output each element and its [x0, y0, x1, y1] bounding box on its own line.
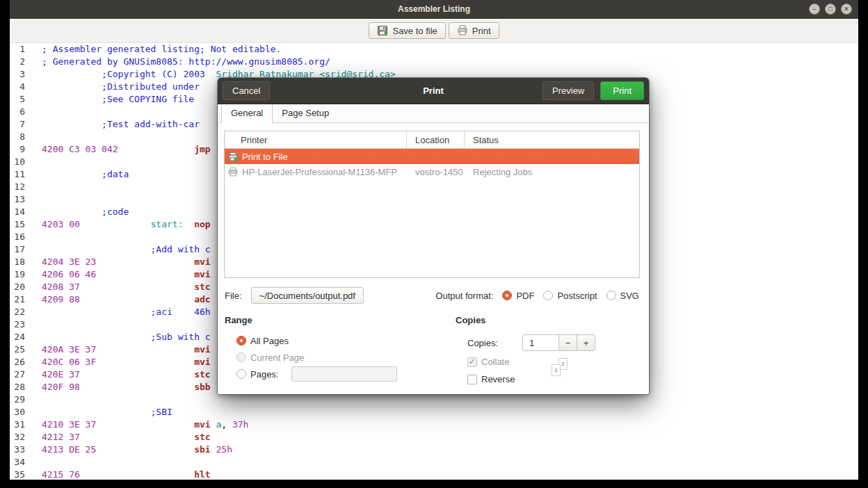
tab-page-setup[interactable]: Page Setup	[273, 104, 338, 122]
file-label: File:	[225, 291, 242, 301]
code-line: 334213 DE 25 sbi 25h	[10, 444, 858, 456]
copies-increment-button[interactable]: +	[577, 334, 595, 351]
line-number: 26	[10, 356, 25, 368]
radio-postscript[interactable]: Postscript	[543, 291, 597, 301]
radio-current-page-label: Current Page	[250, 352, 304, 363]
line-number: 35	[10, 469, 25, 480]
collate-label: Collate	[481, 357, 509, 367]
minimize-button[interactable]: –	[809, 3, 820, 15]
line-number: 28	[10, 381, 25, 393]
copies-row: Copies: 1 − +	[467, 334, 595, 351]
line-number: 12	[10, 181, 25, 193]
printer-row-print-to-file[interactable]: Print to File	[225, 149, 639, 164]
line-number: 22	[10, 306, 25, 318]
file-row: File: ~/Documents/output.pdf Output form…	[225, 286, 639, 304]
titlebar: Assembler Listing – □ ✕	[10, 0, 858, 19]
radio-svg-indicator	[606, 291, 616, 300]
line-number: 24	[10, 331, 25, 343]
radio-pdf[interactable]: PDF	[502, 291, 534, 301]
tab-general[interactable]: General	[221, 104, 273, 123]
line-number: 30	[10, 406, 25, 418]
radio-all-pages[interactable]: All Pages	[236, 333, 289, 348]
print-toolbar-label: Print	[472, 26, 491, 36]
line-number: 8	[10, 131, 25, 143]
radio-pdf-label: PDF	[516, 291, 534, 301]
reverse-checkbox-indicator	[467, 375, 477, 384]
code-line: 1; Assembler generated listing; Not edit…	[10, 43, 858, 56]
save-icon	[377, 25, 388, 36]
print-dialog-body: Printer Location Status Print to File	[218, 123, 649, 394]
reverse-label: Reverse	[481, 374, 515, 384]
line-number: 29	[10, 393, 25, 406]
save-to-file-button[interactable]: Save to file	[369, 22, 445, 39]
radio-svg-label: SVG	[620, 291, 639, 301]
collate-checkbox[interactable]: Collate	[467, 357, 509, 367]
collate-checkbox-indicator	[467, 357, 477, 367]
line-number: 21	[10, 293, 25, 306]
range-section: Range All Pages Current Page Pages:	[225, 315, 447, 325]
column-header-location[interactable]: Location	[407, 131, 465, 148]
line-number: 9	[10, 143, 25, 156]
copies-spinbutton: 1 − +	[522, 334, 595, 351]
line-number: 2	[10, 56, 25, 68]
line-number: 3	[10, 68, 25, 81]
code-line: 2; Generated by GNUSim8085: http://www.g…	[10, 56, 858, 68]
printer-name: Print to File	[242, 152, 288, 162]
column-header-printer[interactable]: Printer	[225, 131, 407, 148]
code-line: 29	[10, 393, 858, 406]
line-number: 13	[10, 193, 25, 206]
range-heading: Range	[225, 315, 447, 325]
line-number: 17	[10, 243, 25, 256]
radio-all-pages-label: All Pages	[250, 336, 289, 346]
printer-icon	[457, 25, 468, 36]
radio-svg[interactable]: SVG	[606, 291, 639, 301]
line-number: 7	[10, 118, 25, 131]
reverse-checkbox[interactable]: Reverse	[467, 374, 515, 384]
preview-button[interactable]: Preview	[542, 81, 594, 100]
print-confirm-button[interactable]: Print	[600, 81, 644, 100]
line-number: 32	[10, 431, 25, 444]
printer-list[interactable]: Printer Location Status Print to File	[224, 131, 640, 278]
printer-device-icon	[228, 168, 238, 177]
line-number: 4	[10, 81, 25, 93]
radio-current-page[interactable]: Current Page	[236, 350, 304, 365]
line-number: 14	[10, 206, 25, 218]
print-toolbar-button[interactable]: Print	[449, 22, 499, 39]
code-line: 34	[10, 456, 858, 469]
file-button[interactable]: ~/Documents/output.pdf	[251, 287, 364, 304]
tab-bar: General Page Setup	[218, 104, 649, 123]
printer-list-header: Printer Location Status	[225, 131, 639, 149]
pages-entry[interactable]	[291, 366, 397, 382]
column-header-status[interactable]: Status	[465, 131, 639, 148]
save-to-file-label: Save to file	[392, 26, 437, 36]
line-number: 18	[10, 256, 25, 268]
line-number: 19	[10, 268, 25, 281]
line-number: 31	[10, 418, 25, 431]
printer-name: HP-LaserJet-Professional-M1136-MFP	[242, 167, 397, 177]
toolbar: Save to file Print	[10, 19, 858, 43]
cancel-button[interactable]: Cancel	[223, 81, 270, 100]
radio-postscript-indicator	[543, 291, 553, 300]
close-button[interactable]: ✕	[841, 3, 852, 15]
radio-postscript-label: Postscript	[557, 291, 597, 301]
code-line: 314210 3E 37 mvi a, 37h	[10, 418, 858, 431]
print-dialog-header: Cancel Print Preview Print	[218, 78, 649, 104]
printer-status: Rejecting Jobs	[465, 167, 639, 177]
radio-pages[interactable]: Pages:	[236, 366, 397, 382]
line-number: 11	[10, 168, 25, 181]
window-title: Assembler Listing	[398, 4, 470, 14]
code-line: 30 ;SBI	[10, 406, 858, 418]
radio-all-pages-indicator	[236, 336, 246, 345]
copies-decrement-button[interactable]: −	[558, 334, 577, 351]
line-number: 23	[10, 318, 25, 331]
line-number: 27	[10, 368, 25, 381]
maximize-button[interactable]: □	[825, 3, 836, 15]
printer-row-hp-laserjet[interactable]: HP-LaserJet-Professional-M1136-MFP vostr…	[225, 164, 639, 179]
line-number: 25	[10, 343, 25, 356]
line-number: 20	[10, 281, 25, 293]
radio-pdf-indicator	[502, 291, 512, 300]
window-controls: – □ ✕	[809, 3, 852, 15]
copies-value[interactable]: 1	[522, 334, 559, 351]
copies-heading: Copies	[456, 315, 638, 325]
line-number: 10	[10, 156, 25, 168]
